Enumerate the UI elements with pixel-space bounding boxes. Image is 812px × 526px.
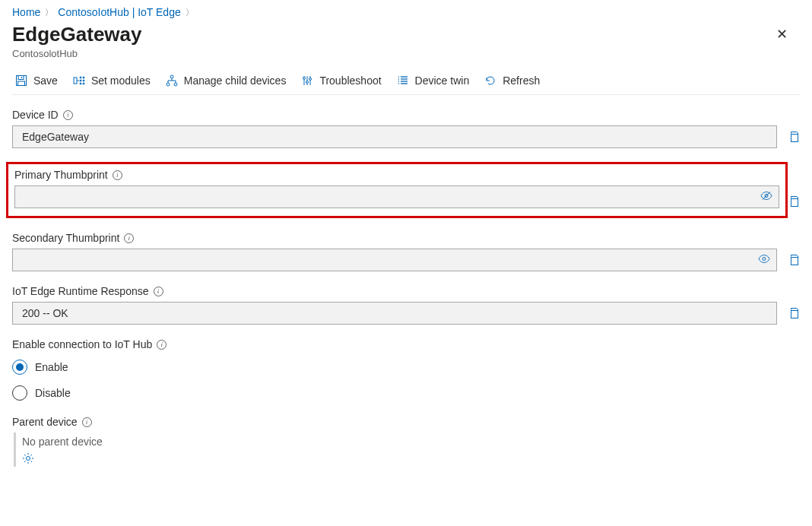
device-id-input[interactable] [12,125,777,148]
svg-point-14 [174,83,177,86]
radio-enable[interactable]: Enable [12,360,800,375]
save-button[interactable]: Save [15,74,58,87]
device-id-label: Device ID [12,109,59,121]
svg-rect-1 [18,76,24,80]
device-twin-label: Device twin [415,74,470,87]
secondary-thumbprint-label: Secondary Thumbprint [12,232,119,244]
runtime-response-value[interactable] [21,306,769,320]
primary-thumbprint-value[interactable] [23,190,771,204]
breadcrumb-home[interactable]: Home [12,6,40,18]
breadcrumb-hub[interactable]: ContosoIotHub | IoT Edge [58,6,180,18]
svg-point-37 [763,258,766,261]
primary-thumbprint-input[interactable] [14,185,779,208]
svg-point-6 [83,77,84,78]
list-icon [397,74,409,87]
radio-enable-label: Enable [35,361,68,373]
device-twin-button[interactable]: Device twin [397,74,470,87]
svg-point-7 [80,80,81,81]
device-id-value[interactable] [21,130,769,144]
svg-rect-38 [791,258,798,265]
enable-connection-field: Enable connection to IoT Hub i Enable Di… [12,338,800,401]
svg-point-22 [303,78,306,80]
chevron-right-icon: 〉 [186,7,194,18]
info-icon[interactable]: i [157,340,167,350]
gear-icon[interactable] [22,455,34,467]
chevron-right-icon: 〉 [45,7,53,18]
svg-point-5 [80,77,81,78]
parent-device-label: Parent device [12,416,78,428]
primary-thumbprint-label: Primary Thumbprint [14,169,108,181]
refresh-button[interactable]: Refresh [484,74,540,87]
svg-point-13 [167,83,170,86]
enable-connection-label: Enable connection to IoT Hub [12,338,152,350]
breadcrumb: Home 〉 ContosoIotHub | IoT Edge 〉 [12,6,800,18]
copy-icon[interactable] [788,131,800,143]
copy-icon[interactable] [788,307,800,319]
save-icon [15,74,27,87]
troubleshoot-label: Troubleshoot [319,74,381,87]
copy-icon[interactable] [788,254,800,266]
svg-rect-4 [74,78,77,84]
svg-point-23 [306,81,309,84]
parent-device-none: No parent device [22,433,800,452]
svg-rect-33 [791,135,798,142]
svg-point-12 [170,75,173,78]
close-icon[interactable]: ✕ [770,23,794,46]
troubleshoot-icon [301,74,313,87]
info-icon[interactable]: i [82,417,92,427]
radio-disable[interactable]: Disable [12,385,800,401]
eye-icon[interactable] [758,253,770,268]
secondary-thumbprint-input[interactable] [12,249,777,271]
refresh-label: Refresh [503,74,540,87]
manage-child-label: Manage child devices [184,74,287,87]
page-title: EdgeGateway [12,23,142,46]
troubleshoot-button[interactable]: Troubleshoot [301,74,381,87]
svg-rect-39 [791,311,798,318]
eye-hidden-icon[interactable] [760,190,772,204]
toolbar: Save Set modules Manage child devices Tr… [12,67,800,95]
runtime-response-field: IoT Edge Runtime Response i [12,285,800,325]
runtime-response-input[interactable] [12,302,777,325]
page-subtitle: ContosolotHub [12,48,142,59]
info-icon[interactable]: i [63,110,73,120]
secondary-thumbprint-value[interactable] [21,253,769,267]
svg-rect-2 [18,81,25,86]
svg-point-9 [80,83,81,84]
secondary-thumbprint-field: Secondary Thumbprint i [12,232,800,271]
copy-icon[interactable] [788,195,800,208]
modules-icon [73,74,85,87]
hierarchy-icon [166,74,178,87]
set-modules-button[interactable]: Set modules [73,74,151,87]
svg-rect-36 [791,199,798,207]
primary-thumbprint-highlight: Primary Thumbprint i [6,162,788,218]
info-icon[interactable]: i [124,233,134,243]
svg-point-8 [83,80,84,81]
parent-device-field: Parent device i No parent device [12,416,800,467]
info-icon[interactable]: i [154,287,163,296]
runtime-response-label: IoT Edge Runtime Response [12,285,149,297]
device-id-field: Device ID i [12,109,800,148]
refresh-icon [484,74,496,87]
info-icon[interactable]: i [113,170,122,180]
svg-point-24 [309,78,312,81]
radio-disable-label: Disable [35,387,71,399]
svg-point-10 [83,83,84,84]
svg-point-40 [27,457,30,461]
save-label: Save [33,74,58,87]
manage-child-button[interactable]: Manage child devices [166,74,287,87]
set-modules-label: Set modules [91,74,151,87]
